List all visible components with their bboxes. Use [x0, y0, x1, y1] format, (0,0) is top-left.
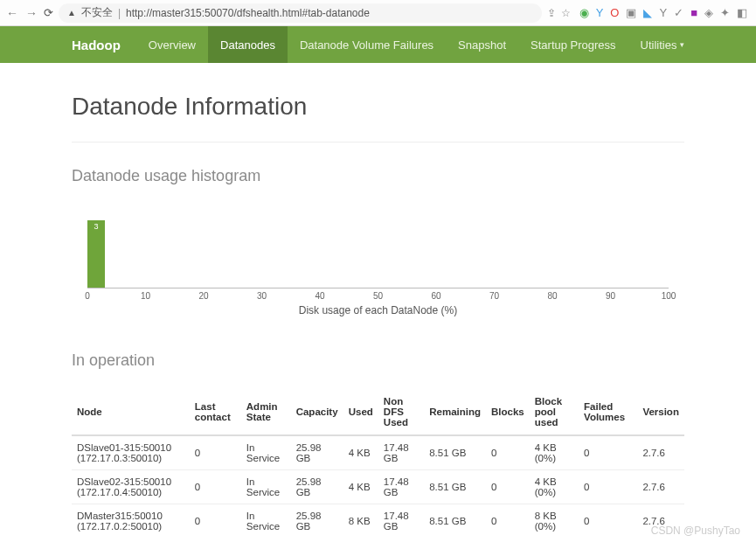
axis-tick: 0 [85, 291, 90, 301]
chevron-down-icon: ▾ [680, 40, 684, 49]
table-cell: 8 KB [343, 504, 378, 539]
histogram-bar: 3 [87, 220, 105, 288]
ext-check-icon[interactable]: ✓ [674, 6, 683, 19]
histogram-section: Datanode usage histogram 3 0102030405060… [72, 167, 684, 316]
table-cell: 17.48 GB [378, 504, 424, 539]
table-cell: 0 [579, 504, 637, 539]
column-header: Capacity [291, 389, 343, 435]
table-cell: 8.51 GB [424, 504, 486, 539]
table-cell: 0 [190, 435, 241, 470]
extension-icons: ◉ Y O ▣ ◣ Y ✓ ■ ◈ ✦ ◧ [576, 6, 751, 19]
table-cell: 0 [486, 504, 530, 539]
axis-tick: 90 [606, 291, 615, 301]
axis-tick: 20 [198, 291, 208, 301]
column-header: Block pool used [530, 389, 579, 435]
ext-square-icon[interactable]: ■ [690, 6, 697, 19]
histogram-title: Datanode usage histogram [72, 167, 684, 185]
table-cell: 4 KB (0%) [530, 435, 579, 470]
ext-diamond-icon[interactable]: ◈ [704, 6, 713, 19]
nav-datanodes[interactable]: Datanodes [208, 26, 288, 63]
table-cell: 25.98 GB [291, 435, 343, 470]
page-title: Datanode Information [72, 93, 684, 121]
back-icon[interactable]: ← [5, 6, 19, 20]
nav-volume-failures[interactable]: Datanode Volume Failures [288, 26, 446, 63]
table-cell: In Service [241, 470, 291, 504]
axis-tick: 70 [489, 291, 499, 301]
ext-box-icon[interactable]: ▣ [626, 6, 636, 19]
ext-y-icon[interactable]: Y [596, 6, 604, 19]
table-cell: 25.98 GB [291, 470, 343, 504]
table-cell: 8.51 GB [424, 435, 486, 470]
ext-y2-icon[interactable]: Y [659, 6, 667, 19]
table-cell: 0 [486, 470, 530, 504]
table-cell: DSlave01-315:50010 (172.17.0.3:50010) [72, 435, 190, 470]
column-header: Non DFS Used [378, 389, 424, 435]
puzzle-icon[interactable]: ✦ [720, 6, 730, 19]
share-icon[interactable]: ⇪ [547, 7, 556, 19]
column-header: Blocks [486, 389, 530, 435]
url-bar[interactable]: ▲ 不安全 | http://master315:50070/dfshealth… [59, 3, 542, 23]
column-header: Remaining [424, 389, 486, 435]
table-cell: In Service [241, 435, 291, 470]
axis-line [87, 288, 669, 288]
table-cell: 17.48 GB [378, 435, 424, 470]
table-cell: 0 [579, 435, 637, 470]
axis-tick: 30 [257, 291, 267, 301]
table-cell: 4 KB [343, 470, 378, 504]
ext-bird-icon[interactable]: ◣ [643, 6, 652, 19]
axis-tick: 10 [141, 291, 150, 301]
table-cell: 2.7.6 [637, 435, 684, 470]
divider [72, 142, 684, 142]
window-icon[interactable]: ◧ [737, 6, 747, 19]
ext-opera-icon[interactable]: O [610, 6, 619, 19]
in-operation-table: NodeLast contactAdmin StateCapacityUsedN… [72, 389, 684, 538]
table-cell: 2.7.6 [637, 504, 684, 539]
main-navbar: Hadoop Overview Datanodes Datanode Volum… [0, 26, 756, 63]
table-cell: 0 [486, 435, 530, 470]
table-cell: 8 KB (0%) [530, 504, 579, 539]
table-cell: In Service [241, 504, 291, 539]
table-row: DSlave01-315:50010 (172.17.0.3:50010)0In… [72, 435, 684, 470]
table-cell: 8.51 GB [424, 470, 486, 504]
nav-utilities[interactable]: Utilities▾ [628, 26, 697, 63]
histogram-axis-label: Disk usage of each DataNode (%) [72, 304, 684, 316]
table-cell: 0 [190, 504, 241, 539]
axis-tick: 80 [547, 291, 557, 301]
ext-plus-icon[interactable]: ◉ [579, 6, 589, 19]
nav-startup-progress[interactable]: Startup Progress [518, 26, 628, 63]
table-cell: 4 KB [343, 435, 378, 470]
table-row: DMaster315:50010 (172.17.0.2:50010)0In S… [72, 504, 684, 539]
axis-tick: 100 [662, 291, 676, 301]
table-cell: DMaster315:50010 (172.17.0.2:50010) [72, 504, 190, 539]
table-cell: 0 [579, 470, 637, 504]
nav-overview[interactable]: Overview [136, 26, 208, 63]
histogram-chart: 3 0102030405060708090100 [87, 205, 669, 301]
reload-icon[interactable]: ⟳ [44, 6, 53, 19]
column-header: Version [637, 389, 684, 435]
table-cell: 0 [190, 470, 241, 504]
table-cell: 2.7.6 [637, 470, 684, 504]
column-header: Node [72, 389, 190, 435]
browser-bar: ← → ⟳ ▲ 不安全 | http://master315:50070/dfs… [0, 0, 756, 26]
in-operation-title: In operation [72, 351, 684, 370]
column-header: Last contact [190, 389, 241, 435]
brand[interactable]: Hadoop [72, 38, 136, 52]
column-header: Used [343, 389, 378, 435]
forward-icon[interactable]: → [24, 6, 38, 20]
star-icon[interactable]: ☆ [561, 7, 571, 19]
bar-value: 3 [87, 222, 105, 231]
table-cell: DSlave02-315:50010 (172.17.0.4:50010) [72, 470, 190, 504]
column-header: Admin State [241, 389, 291, 435]
table-cell: 4 KB (0%) [530, 470, 579, 504]
axis-tick: 40 [315, 291, 324, 301]
nav-snapshot[interactable]: Snapshot [446, 26, 518, 63]
axis-tick: 60 [431, 291, 440, 301]
axis-tick: 50 [373, 291, 383, 301]
table-cell: 17.48 GB [378, 470, 424, 504]
security-label: 不安全 [81, 5, 113, 20]
insecure-icon: ▲ [67, 8, 76, 17]
column-header: Failed Volumes [579, 389, 637, 435]
table-row: DSlave02-315:50010 (172.17.0.4:50010)0In… [72, 470, 684, 504]
table-cell: 25.98 GB [291, 504, 343, 539]
url-text: http://master315:50070/dfshealth.html#ta… [126, 7, 370, 19]
